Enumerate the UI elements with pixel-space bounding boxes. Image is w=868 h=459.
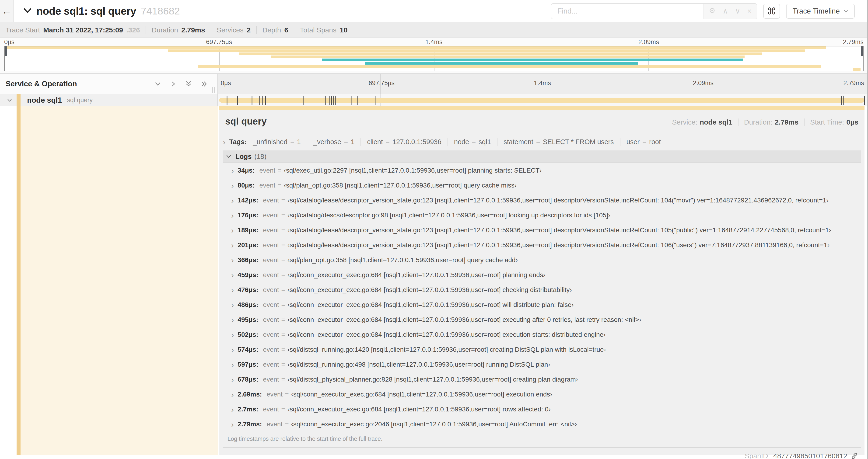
log-row[interactable]: ›189μs:event=‹sql/catalog/lease/descript… xyxy=(223,223,861,238)
log-expander-chevron-right-icon[interactable]: › xyxy=(231,196,234,204)
time-tick-label: 2.79ms xyxy=(843,38,864,46)
tag-key: _unfinished xyxy=(253,138,287,146)
tag-equals: = xyxy=(344,138,348,146)
tags-accordion[interactable]: › Tags: _unfinished=1_verbose=1client=12… xyxy=(219,132,865,148)
log-row[interactable]: ›678μs:event=‹sql/distsql_physical_plann… xyxy=(223,372,861,387)
collapse-all-chevron-down-icon[interactable] xyxy=(154,81,161,87)
log-expander-chevron-right-icon[interactable]: › xyxy=(231,331,234,339)
timeline-ruler: 0μs697.75μs1.4ms2.09ms2.79ms xyxy=(218,74,867,94)
keyboard-shortcuts-button[interactable]: ⌘ xyxy=(763,4,780,19)
locate-icon[interactable] xyxy=(709,7,716,15)
log-expander-chevron-right-icon[interactable]: › xyxy=(231,271,234,279)
log-expander-chevron-right-icon[interactable]: › xyxy=(231,346,234,354)
find-group: ∧ ∨ × xyxy=(551,3,757,19)
log-marker-tick xyxy=(237,96,238,105)
find-next-icon[interactable]: ∨ xyxy=(735,7,740,15)
log-field-value: ‹sql/distsql_running.go:1420 [nsql1,clie… xyxy=(287,346,606,353)
minimap-canvas[interactable] xyxy=(4,46,864,71)
log-row[interactable]: ›476μs:event=‹sql/conn_executor_exec.go:… xyxy=(223,283,861,297)
log-row[interactable]: ›142μs:event=‹sql/catalog/lease/descript… xyxy=(223,193,861,208)
span-operation-name: sql query xyxy=(67,97,93,104)
time-tick-label: 697.75μs xyxy=(206,38,232,46)
time-tick-label: 0μs xyxy=(4,38,14,46)
log-field-value: ‹sql/conn_executor_exec.go:684 [nsql1,cl… xyxy=(287,331,606,338)
log-expander-chevron-right-icon[interactable]: › xyxy=(231,405,234,413)
minimap-tick-labels: 0μs697.75μs1.4ms2.09ms2.79ms xyxy=(4,38,864,45)
log-expander-chevron-right-icon[interactable]: › xyxy=(231,211,234,219)
log-expander-chevron-right-icon[interactable]: › xyxy=(231,182,234,189)
log-row[interactable]: ›495μs:event=‹sql/conn_executor_exec.go:… xyxy=(223,312,861,327)
time-tick-label: 697.75μs xyxy=(368,79,395,87)
find-input[interactable] xyxy=(551,4,703,19)
span-row-bar-cell[interactable] xyxy=(218,94,867,106)
summary-value: 2.79ms xyxy=(181,26,205,34)
log-field-value: ‹sql/conn_executor_exec.go:684 [nsql1,cl… xyxy=(287,405,551,413)
log-field-key: event xyxy=(263,316,279,324)
meta-divider xyxy=(738,119,739,126)
log-timestamp: 366μs: xyxy=(238,256,258,264)
log-row[interactable]: ›486μs:event=‹sql/conn_executor_exec.go:… xyxy=(223,297,861,312)
find-clear-icon[interactable]: × xyxy=(747,7,751,15)
log-row[interactable]: ›34μs:event=‹sql/exec_util.go:2297 [nsql… xyxy=(223,163,861,178)
tag-value: root xyxy=(649,138,661,146)
log-row[interactable]: ›80μs:event=‹sql/plan_opt.go:358 [nsql1,… xyxy=(223,178,861,193)
span-row-name-cell[interactable]: node sql1 sql query xyxy=(0,94,218,106)
log-expander-chevron-right-icon[interactable]: › xyxy=(231,316,234,324)
log-expander-chevron-right-icon[interactable]: › xyxy=(231,375,234,384)
minimap-right-scrubber-handle[interactable] xyxy=(861,46,863,56)
logs-chevron-down-icon[interactable] xyxy=(226,155,231,158)
tag-key: node xyxy=(454,138,469,146)
column-resizer-handle[interactable] xyxy=(212,87,215,93)
log-expander-chevron-right-icon[interactable]: › xyxy=(231,286,234,294)
tags-chevron-right-icon[interactable]: › xyxy=(223,138,225,146)
minimap-left-scrubber-handle[interactable] xyxy=(5,46,7,56)
span-duration-bar[interactable] xyxy=(219,98,865,103)
log-expander-chevron-right-icon[interactable]: › xyxy=(231,256,234,264)
log-expander-chevron-right-icon[interactable]: › xyxy=(231,301,234,309)
log-row[interactable]: ›2.69ms:event=‹sql/conn_executor_exec.go… xyxy=(223,387,861,402)
log-field-value: ‹sql/conn_executor_exec.go:684 [nsql1,cl… xyxy=(291,391,552,398)
log-row[interactable]: ›201μs:event=‹sql/catalog/lease/descript… xyxy=(223,238,861,253)
time-tick-label: 1.4ms xyxy=(425,38,443,46)
log-row[interactable]: ›459μs:event=‹sql/conn_executor_exec.go:… xyxy=(223,267,861,283)
expand-one-double-chevron-right-icon[interactable] xyxy=(201,81,207,87)
log-row[interactable]: ›502μs:event=‹sql/conn_executor_exec.go:… xyxy=(223,327,861,342)
log-row[interactable]: ›366μs:event=‹sql/plan_opt.go:358 [nsql1… xyxy=(223,253,861,267)
log-expander-chevron-right-icon[interactable]: › xyxy=(231,167,234,174)
log-expander-chevron-right-icon[interactable]: › xyxy=(231,241,234,249)
collapse-one-chevron-right-icon[interactable] xyxy=(170,81,177,87)
tag-key: user xyxy=(626,138,640,146)
log-expander-chevron-right-icon[interactable]: › xyxy=(231,420,234,428)
expand-all-double-chevron-down-icon[interactable] xyxy=(185,81,192,87)
log-expander-chevron-right-icon[interactable]: › xyxy=(231,361,234,368)
find-prev-icon[interactable]: ∧ xyxy=(723,7,728,15)
log-timestamp: 476μs: xyxy=(238,286,258,294)
log-marker-tick xyxy=(265,96,266,105)
log-row[interactable]: ›2.7ms:event=‹sql/conn_executor_exec.go:… xyxy=(223,402,861,417)
logs-accordion-header[interactable]: Logs (18) xyxy=(223,151,861,163)
log-row[interactable]: ›574μs:event=‹sql/distsql_running.go:142… xyxy=(223,342,861,357)
log-timestamp: 2.7ms: xyxy=(238,405,258,413)
deep-link-icon[interactable] xyxy=(850,452,859,459)
summary-item: Depth6 xyxy=(262,26,294,34)
trace-collapse-chevron-down-icon[interactable] xyxy=(23,8,32,15)
span-collapse-chevron-down-icon[interactable] xyxy=(7,98,12,102)
log-equals: = xyxy=(281,376,285,383)
log-row[interactable]: ›176μs:event=‹sql/catalog/descs/descript… xyxy=(223,208,861,223)
log-expander-chevron-right-icon[interactable]: › xyxy=(231,390,234,398)
summary-label: Depth xyxy=(262,26,281,34)
view-mode-dropdown[interactable]: Trace Timeline xyxy=(786,4,855,19)
summary-value: 2 xyxy=(247,26,251,34)
duration-label: Duration: xyxy=(744,118,773,126)
summary-label: Trace Start xyxy=(6,26,40,34)
summary-value: 6 xyxy=(284,26,288,34)
log-equals: = xyxy=(281,241,285,249)
back-button[interactable]: ← xyxy=(0,0,13,22)
log-expander-chevron-right-icon[interactable]: › xyxy=(231,226,234,234)
top-bar-actions: ∧ ∨ × ⌘ Trace Timeline xyxy=(551,3,855,19)
log-row[interactable]: ›2.79ms:event=‹sql/conn_executor_exec.go… xyxy=(223,417,861,432)
log-row[interactable]: ›597μs:event=‹sql/distsql_running.go:498… xyxy=(223,357,861,372)
log-field-value: ‹sql/catalog/lease/descriptor_version_st… xyxy=(287,226,831,234)
tags-list: _unfinished=1_verbose=1client=127.0.0.1:… xyxy=(253,138,661,146)
summary-value-suffix: .326 xyxy=(126,26,140,34)
